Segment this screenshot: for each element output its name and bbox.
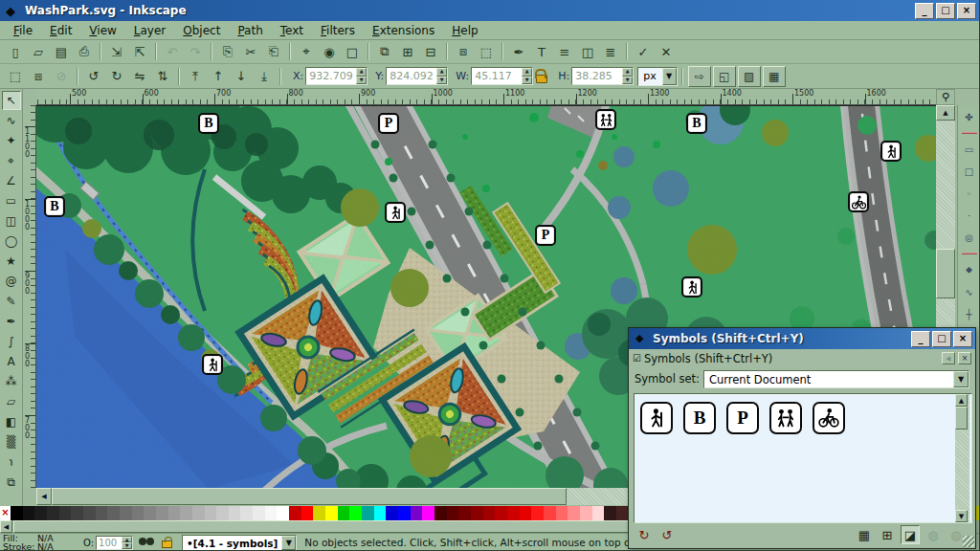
w-input[interactable]: 45.117▲▼ [471, 67, 533, 85]
transform-gradient-icon[interactable]: ▨ [738, 66, 761, 87]
paste-icon[interactable]: ⎗ [263, 42, 284, 62]
color-swatch[interactable] [338, 506, 350, 520]
map-symbol-b[interactable]: B [198, 113, 219, 134]
menu-layer[interactable]: Layer [126, 22, 173, 39]
map-symbol-b[interactable]: B [44, 196, 65, 217]
map-symbol-hiker[interactable] [202, 354, 223, 375]
color-swatch[interactable] [47, 506, 59, 520]
map-symbol-p[interactable]: P [535, 225, 556, 246]
flip-horizontal-icon[interactable]: ⇋ [129, 66, 150, 86]
symbols-list[interactable]: BP [634, 393, 972, 523]
symbols-dialog-titlebar[interactable]: ◆ Symbols (Shift+Ctrl+Y) _□× [629, 328, 975, 349]
color-swatch[interactable] [120, 506, 132, 520]
lower-icon[interactable]: ↓ [231, 66, 252, 86]
color-swatch[interactable] [23, 506, 35, 520]
opacity-input[interactable]: 100▲▼ [96, 536, 133, 550]
color-swatch[interactable] [83, 506, 96, 520]
gradient-tool[interactable]: ▒ [2, 432, 21, 452]
color-swatch[interactable] [386, 506, 398, 520]
horizontal-scroll-thumb[interactable] [52, 488, 567, 505]
horizontal-ruler[interactable]: 5006007008009001000110012001300140015001… [36, 89, 936, 105]
pen-tool[interactable]: ✒ [2, 312, 21, 331]
title-bar[interactable]: ◆ WashPark.svg - Inkscape _□× [0, 0, 980, 21]
menu-edit[interactable]: Edit [42, 22, 79, 39]
snap-nodes-icon[interactable]: ⬥ [961, 261, 978, 278]
deselect-icon[interactable]: ⊘ [51, 66, 72, 86]
p-symbol[interactable]: P [726, 402, 759, 434]
menu-object[interactable]: Object [175, 22, 228, 39]
send-to-symbols-icon[interactable]: ↻ [635, 525, 654, 544]
redo-icon[interactable]: ↷ [185, 42, 206, 62]
color-swatch[interactable] [592, 506, 605, 520]
paint-bucket-tool[interactable]: ◧ [2, 412, 21, 431]
flip-vertical-icon[interactable]: ⇅ [152, 66, 173, 86]
ellipse-tool[interactable]: ◯ [2, 231, 21, 251]
scroll-left-icon[interactable]: ◀ [36, 488, 52, 505]
view-grid-small-icon[interactable]: ▦ [855, 525, 874, 544]
layers-dialog-icon[interactable]: ≡ [554, 42, 575, 62]
close-button[interactable]: × [957, 3, 976, 19]
color-swatch[interactable] [240, 506, 253, 520]
group-objects-icon[interactable]: ⧈ [453, 42, 474, 62]
select-all-layers-icon[interactable]: ⧈ [28, 66, 49, 86]
color-swatch[interactable] [71, 506, 83, 520]
dock-close-button[interactable]: × [958, 352, 971, 364]
color-swatch[interactable] [604, 506, 616, 520]
star-tool[interactable]: ★ [2, 252, 21, 271]
color-swatch[interactable] [507, 506, 520, 520]
color-swatch[interactable] [313, 506, 325, 520]
color-swatch[interactable] [544, 506, 556, 520]
lock-ratio-icon[interactable] [536, 75, 547, 83]
dropper-tool[interactable]: ℩ [2, 452, 21, 472]
snap-bbox-edge-midpoints-icon[interactable]: ⋅ [961, 207, 978, 224]
zoom-corner-icon[interactable]: ⚲ [936, 89, 955, 105]
color-swatch[interactable] [253, 506, 265, 520]
raise-icon[interactable]: ↑ [208, 66, 229, 86]
xml-editor-icon[interactable]: ✕ [656, 42, 677, 62]
color-swatch[interactable] [192, 506, 205, 520]
color-swatch[interactable] [458, 506, 471, 520]
menu-help[interactable]: Help [444, 22, 485, 39]
copy-icon[interactable]: ⎘ [217, 42, 238, 62]
color-swatch[interactable] [289, 506, 301, 520]
lower-to-bottom-icon[interactable]: ⤓ [254, 66, 275, 86]
spray-tool[interactable]: ⁂ [2, 372, 21, 391]
zoom-drawing-icon[interactable]: ◉ [319, 42, 340, 62]
new-document-icon[interactable]: ▯ [5, 42, 26, 62]
color-swatch[interactable] [520, 506, 532, 520]
snap-path-intersections-icon[interactable]: ┼ [961, 305, 978, 322]
rotate-cw-icon[interactable]: ↻ [106, 66, 127, 86]
scroll-down-icon[interactable]: ▼ [955, 510, 968, 522]
map-symbol-p[interactable]: P [378, 113, 399, 134]
fill-stroke-dialog-icon[interactable]: ✒ [508, 42, 529, 62]
snap-bbox-edges-icon[interactable]: □ [961, 163, 978, 180]
symbol-set-select[interactable]: Current Document ▼ [703, 370, 969, 388]
color-swatch[interactable] [483, 506, 496, 520]
color-swatch[interactable] [180, 506, 192, 520]
align-distribute-icon[interactable]: ≣ [600, 42, 621, 62]
toggle-image-icon[interactable]: ◪ [901, 525, 920, 544]
dock-back-button[interactable]: ◃ [942, 352, 955, 364]
dialog-close-button[interactable]: × [953, 331, 972, 347]
color-swatch[interactable] [265, 506, 278, 520]
node-editor-tool[interactable]: ∿ [2, 111, 21, 130]
layer-lock-icon[interactable] [162, 540, 172, 548]
color-swatch[interactable] [144, 506, 156, 520]
color-swatch[interactable] [205, 506, 217, 520]
chevron-down-icon[interactable]: ▼ [281, 536, 296, 550]
color-swatch[interactable] [229, 506, 241, 520]
symbols-scrollbar[interactable]: ▲ ▼ [955, 394, 969, 522]
transform-corners-icon[interactable]: ◱ [713, 66, 736, 87]
x-input[interactable]: 932.709▲▼ [305, 67, 368, 85]
color-swatch[interactable] [362, 506, 374, 520]
color-swatch[interactable] [434, 506, 447, 520]
zoom-out-ghost-icon[interactable]: ◍ [924, 525, 943, 544]
color-swatch[interactable] [580, 506, 592, 520]
hiker-symbol[interactable] [640, 402, 673, 434]
color-swatch[interactable] [531, 506, 544, 520]
print-icon[interactable]: ⎙ [74, 42, 95, 62]
color-swatch[interactable] [398, 506, 411, 520]
raise-to-top-icon[interactable]: ⤒ [185, 66, 206, 86]
scroll-up-icon[interactable]: ▲ [936, 105, 955, 121]
color-swatch[interactable] [447, 506, 459, 520]
